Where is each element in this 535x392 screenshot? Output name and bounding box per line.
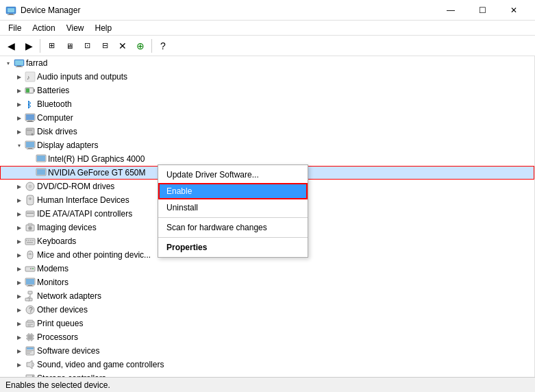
tree-item-intel[interactable]: ▶ Intel(R) HD Graphics 4000 [0,152,534,166]
toolbar-uninstall[interactable]: ✕ [114,38,131,54]
tree-item-printqueues[interactable]: ▶ Print queues [0,317,534,330]
expand-icon-imaging[interactable]: ▶ [14,221,25,234]
toolbar-help[interactable]: ? [155,38,171,54]
tree-item-software[interactable]: ▶ Software devices [0,344,534,358]
menu-file[interactable]: File [3,22,27,34]
svg-rect-28 [37,169,45,175]
tree-label-storage: Storage controllers [37,373,106,377]
tree-item-batteries[interactable]: ▶ Batteries [0,84,534,97]
context-menu-separator-2 [158,237,308,238]
tree-item-storage[interactable]: ▶ Storage controllers [0,371,534,377]
tree-icon-ide [25,208,36,219]
expand-icon-bluetooth[interactable]: ▶ [14,97,25,111]
expand-icon-storage[interactable]: ▶ [14,371,25,377]
expand-icon-displayadapters[interactable]: ▾ [14,138,25,152]
window-title: Device Manager [21,5,80,15]
svg-rect-1 [8,8,14,12]
tree-icon-nvidia [36,167,47,178]
expand-icon-batteries[interactable]: ▶ [14,84,25,97]
tree-label-modems: Modems [37,264,69,273]
menu-view[interactable]: View [61,22,90,34]
tree-icon-audio: ♪ [25,71,36,82]
tree-label-processors: Processors [37,332,78,342]
svg-rect-26 [37,156,45,161]
menu-help[interactable]: Help [90,22,118,34]
toolbar-scan[interactable]: ⊕ [132,38,149,54]
menu-action[interactable]: Action [27,22,60,34]
tree-icon-displayadapters [25,140,36,151]
svg-rect-23 [28,148,32,149]
toolbar-properties[interactable]: ⊞ [43,38,60,54]
expand-icon-sound[interactable]: ▶ [14,358,25,371]
tree-item-network[interactable]: ▶ Network adapters [0,289,534,303]
context-menu-scan[interactable]: Scan for hardware changes [158,219,308,236]
expand-icon-dvd[interactable]: ▶ [14,180,25,193]
expand-icon-processors[interactable]: ▶ [14,330,25,344]
minimize-button[interactable]: — [435,0,466,21]
tree-label-network: Network adapters [37,291,101,301]
svg-rect-66 [27,326,31,326]
expand-icon-mice[interactable]: ▶ [14,248,25,262]
svg-rect-15 [26,114,34,120]
svg-point-50 [32,268,34,269]
tree-item-computer[interactable]: ▶ Computer [0,111,534,125]
tree-item-modems[interactable]: ▶ Modems [0,262,534,275]
svg-text:?: ? [29,306,33,314]
expand-icon-root[interactable]: ▾ [3,56,14,70]
tree-item-monitors[interactable]: ▶ Monitors [0,275,534,289]
tree-item-other[interactable]: ▶ ? Other devices [0,303,534,317]
maximize-button[interactable]: ☐ [466,0,498,21]
toolbar-forward[interactable]: ▶ [21,38,37,54]
context-menu-uninstall[interactable]: Uninstall [158,199,308,216]
svg-rect-44 [32,240,34,241]
tree-icon-monitors [25,277,36,288]
context-menu-separator [158,217,308,218]
context-menu-properties[interactable]: Properties [158,239,308,256]
expand-icon-printqueues[interactable]: ▶ [14,317,25,330]
tree-label-nvidia: NVIDIA GeForce GT 650M [48,168,146,177]
svg-rect-37 [28,223,32,225]
tree-item-root[interactable]: ▾ farrad [0,56,534,70]
tree-item-bluetooth[interactable]: ▶ ᛒ Bluetooth [0,97,534,111]
expand-icon-modems[interactable]: ▶ [14,262,25,275]
tree-icon-sound [25,359,36,370]
tree-icon-modems [25,263,36,274]
status-text: Enables the selected device. [5,380,110,390]
tree-item-sound[interactable]: ▶ Sound, video and game controllers [0,358,534,371]
expand-icon-audio[interactable]: ▶ [14,70,25,84]
tree-icon-keyboards [25,236,36,247]
svg-rect-24 [27,149,34,149]
expand-icon-ide[interactable]: ▶ [14,207,25,221]
toolbar-enable[interactable]: ⊡ [79,38,95,54]
expand-icon-computer[interactable]: ▶ [14,111,25,125]
context-menu: Update Driver Software... Enable Uninsta… [158,164,308,258]
tree-item-diskdrives[interactable]: ▶ Disk drives [0,125,534,138]
tree-item-audio[interactable]: ▶ ♪ Audio inputs and outputs [0,70,534,84]
toolbar-disable[interactable]: ⊟ [97,38,113,54]
tree-icon-software [25,345,36,356]
expand-icon-hid[interactable]: ▶ [14,193,25,207]
svg-rect-80 [27,352,32,352]
svg-rect-81 [27,353,30,354]
svg-point-30 [29,185,32,188]
svg-rect-12 [26,88,29,93]
tree-label-root: farrad [26,58,47,68]
expand-icon-diskdrives[interactable]: ▶ [14,125,25,138]
close-button[interactable]: ✕ [498,0,530,21]
toolbar-back[interactable]: ◀ [3,38,19,54]
expand-icon-monitors[interactable]: ▶ [14,275,25,289]
svg-rect-17 [27,121,34,122]
expand-icon-software[interactable]: ▶ [14,344,25,358]
expand-icon-keyboards[interactable]: ▶ [14,234,25,248]
expand-icon-network[interactable]: ▶ [14,289,25,303]
svg-text:♪: ♪ [27,74,30,81]
svg-rect-54 [28,285,32,286]
tree-item-displayadapters[interactable]: ▾ Display adapters [0,138,534,152]
context-menu-update[interactable]: Update Driver Software... [158,167,308,183]
tree-item-processors[interactable]: ▶ Processors [0,330,534,344]
toolbar-update-driver[interactable]: 🖥 [61,38,77,54]
context-menu-enable[interactable]: Enable [158,183,308,199]
expand-icon-other[interactable]: ▶ [14,303,25,317]
tree-panel[interactable]: ▾ farrad ▶ ♪ Audio inputs and outputs ▶ … [0,56,535,377]
tree-label-printqueues: Print queues [37,319,83,328]
